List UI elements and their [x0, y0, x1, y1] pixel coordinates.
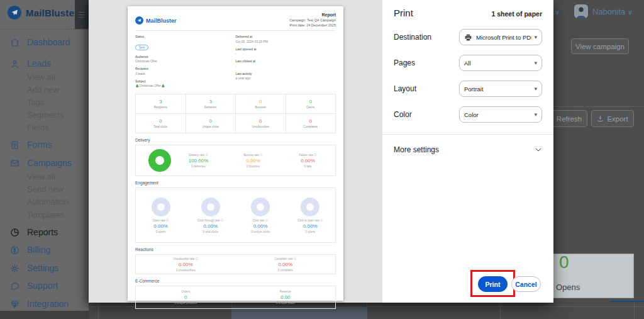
stat-recipients: 3Recipients	[136, 94, 186, 114]
report-campaign-line: Campaign: Test QA Campaign	[289, 18, 336, 22]
section-title-engagement: Engagement	[135, 181, 336, 185]
section-title-reactions: Reactions	[135, 247, 336, 252]
avatar[interactable]	[574, 4, 588, 18]
chevron-down-icon: ∨	[555, 8, 560, 16]
click-through-rate-donut-chart	[201, 198, 220, 216]
menu-toggle-button[interactable]	[75, 0, 89, 29]
section-title-ecommerce: E-Commerce	[135, 279, 336, 283]
section-title-delivery: Delivery	[135, 138, 336, 142]
dialog-title: Print	[394, 8, 413, 18]
mailbluster-logo-icon	[8, 6, 21, 20]
reactions-section: Unsubscribe rate ⓘ0.00%0 unsubscribes Co…	[135, 254, 336, 274]
envelope-icon	[10, 159, 19, 168]
print-modal: MailBluster Report Campaign: Test QA Cam…	[89, 0, 553, 303]
engagement-section: Open rate ⓘ0.00%0 opens Click through ra…	[135, 187, 336, 243]
click-rate-donut-chart	[251, 198, 270, 216]
dimmed-page-background: ∨ Nabonita ∨ View campaign Refresh Expor…	[553, 0, 644, 319]
sheet-count: 1 sheet of paper	[491, 10, 542, 18]
stat-unique-clicks: 0Unique clicks	[186, 114, 236, 133]
pages-select[interactable]: All ▾	[459, 55, 542, 71]
report-title: Report	[289, 13, 336, 17]
download-icon	[597, 115, 604, 122]
sidebar-item-label: Dashboard	[27, 37, 70, 47]
home-icon	[10, 38, 19, 47]
print-preview-page: MailBluster Report Campaign: Test QA Cam…	[128, 6, 343, 301]
stat-unsubscribes: 0Unsubscribes	[236, 114, 286, 133]
opens-label: Opens	[556, 283, 580, 292]
stats-grid: 3Recipients 3Deliveries 0Bounces 0Opens …	[135, 94, 336, 133]
gear-icon	[10, 264, 19, 273]
screen: MailBluster Dashboard Leads View all Add…	[0, 0, 644, 319]
cancel-button[interactable]: Cancel	[511, 276, 541, 292]
stat-bounces: 0Bounces	[236, 94, 286, 114]
brand-name: MailBluster	[26, 8, 78, 18]
ecommerce-section: Orders00 unique products Revenue0.000 un…	[135, 286, 336, 309]
chevron-down-icon	[535, 146, 542, 154]
dropdown-arrow-icon: ▾	[531, 34, 537, 40]
pages-label: Pages	[394, 59, 415, 67]
stat-complaints: 0Complaints	[286, 114, 336, 133]
opens-stat-card: 0 Opens	[553, 254, 634, 298]
chat-icon	[10, 281, 19, 291]
color-label: Color	[394, 110, 412, 119]
print-dialog: Print 1 sheet of paper Destination Micro…	[382, 0, 553, 303]
color-select[interactable]: Color ▾	[459, 106, 542, 123]
sidebar-divider	[0, 29, 89, 30]
report-header: MailBluster Report Campaign: Test QA Cam…	[135, 11, 336, 27]
status-badge: Sent	[135, 45, 148, 50]
divider	[135, 30, 336, 31]
stat-deliveries: 3Deliveries	[186, 94, 236, 114]
person-icon	[10, 59, 19, 69]
more-settings-toggle[interactable]: More settings	[394, 145, 542, 154]
layout-label: Layout	[394, 84, 416, 93]
opens-value: 0	[559, 252, 569, 272]
click-to-open-rate-donut-chart	[301, 198, 319, 216]
dropdown-arrow-icon: ▾	[531, 60, 537, 66]
dollar-icon	[10, 245, 19, 255]
refresh-button[interactable]: Refresh	[551, 110, 587, 127]
delivery-donut-chart	[148, 149, 171, 172]
dropdown-arrow-icon: ▾	[531, 111, 537, 118]
divider	[553, 106, 644, 107]
chevron-down-icon: ∨	[628, 8, 633, 16]
mailbluster-logo[interactable]: MailBluster	[8, 6, 78, 20]
stat-total-clicks: 0Total clicks	[136, 114, 186, 133]
printer-icon	[464, 33, 472, 42]
destination-label: Destination	[394, 33, 431, 42]
pie-chart-icon	[10, 228, 19, 237]
print-preview-pane: MailBluster Report Campaign: Test QA Cam…	[89, 0, 382, 303]
form-icon	[10, 140, 19, 150]
stat-opens: 0Opens	[286, 94, 336, 114]
campaign-meta: StatusSent AudienceChristmas Offer Recip…	[135, 35, 336, 91]
layout-select[interactable]: Portrait ▾	[459, 81, 542, 97]
user-menu[interactable]: Nabonita ∨	[592, 7, 633, 16]
open-rate-donut-chart	[152, 198, 170, 216]
dropdown-arrow-icon: ▾	[531, 86, 537, 92]
integration-icon	[10, 299, 19, 309]
sidebar: MailBluster Dashboard Leads View all Add…	[0, 0, 89, 319]
delivery-section: Delivery rate ⓘ100.00%3 deliveries Bounc…	[135, 145, 336, 176]
report-print-date: Print date: 24 December 2025	[289, 23, 336, 27]
sidebar-bottom-edge	[0, 311, 89, 319]
report-brand: MailBluster	[135, 16, 177, 25]
print-button[interactable]: Print	[478, 276, 508, 292]
view-campaign-button[interactable]: View campaign	[571, 38, 629, 54]
divider	[382, 134, 553, 135]
mailbluster-logo-icon	[135, 16, 143, 25]
export-button[interactable]: Export	[591, 110, 634, 127]
sidebar-item-label: Leads	[27, 59, 51, 69]
destination-select[interactable]: Microsoft Print to PDF ▾	[459, 29, 542, 45]
